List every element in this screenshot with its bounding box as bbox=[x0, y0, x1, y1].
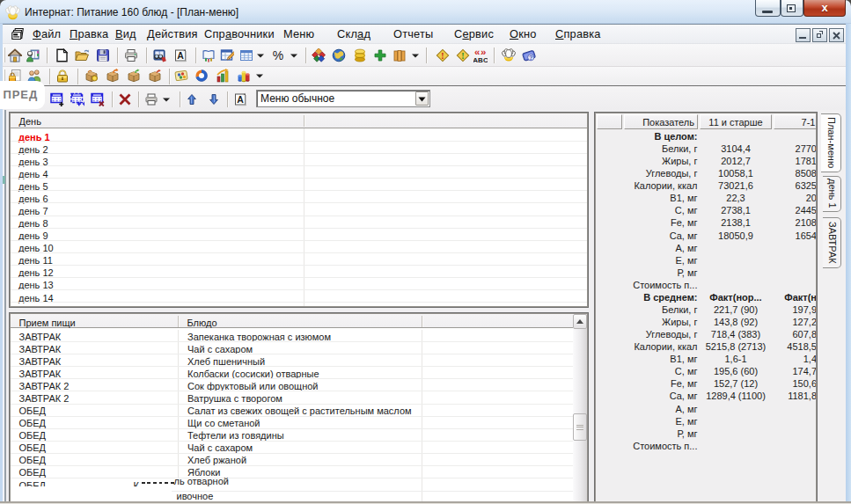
svg-text:А: А bbox=[237, 94, 244, 105]
svg-text:?: ? bbox=[529, 54, 533, 62]
svg-text:%: % bbox=[273, 48, 283, 62]
svg-text:!: ! bbox=[441, 51, 444, 61]
svg-text:!: ! bbox=[461, 51, 464, 61]
svg-text:А: А bbox=[177, 50, 184, 61]
svg-text:ABC: ABC bbox=[473, 56, 488, 63]
